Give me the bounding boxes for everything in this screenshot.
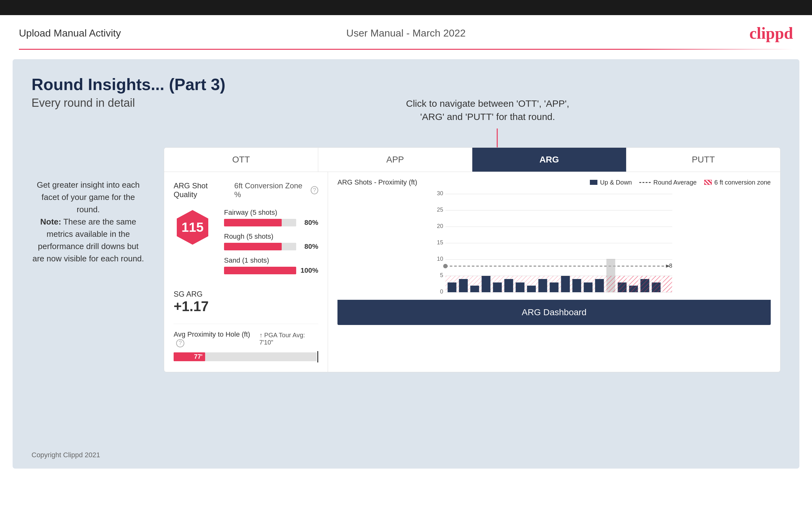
header: Upload Manual Activity User Manual - Mar…	[0, 15, 812, 49]
clippd-logo[interactable]: clippd	[749, 24, 793, 43]
bar-fairway-track: 80%	[224, 219, 318, 227]
bar-row-fairway: Fairway (5 shots) 80%	[224, 209, 318, 227]
svg-rect-28	[516, 282, 525, 292]
sg-section: SG ARG +1.17	[173, 290, 318, 314]
main-content: Round Insights... (Part 3) Every round i…	[13, 59, 799, 468]
proximity-cursor	[317, 351, 318, 362]
bar-fairway-bg	[224, 219, 296, 226]
nav-hint: Click to navigate between 'OTT', 'APP', …	[406, 97, 569, 123]
proximity-bar-fill: 77'	[173, 352, 205, 361]
bar-rough-bg	[224, 243, 296, 250]
bar-rough-fill	[224, 243, 282, 250]
svg-rect-23	[459, 279, 468, 292]
svg-rect-42	[618, 276, 627, 292]
hex-score-section: 115 Fairway (5 shots) 80%	[173, 209, 318, 280]
bar-row-rough: Rough (5 shots) 80%	[224, 232, 318, 251]
chart-legend: Up & Down Round Average 6 ft conversion …	[590, 179, 771, 186]
svg-text:8: 8	[669, 263, 672, 269]
main-panel: OTT APP ARG PUTT ARG Shot Quality 6ft Co…	[164, 148, 780, 372]
footer: Copyright Clippd 2021	[32, 451, 100, 459]
bar-sand-label: Sand (1 shots)	[224, 256, 318, 265]
tabs: OTT APP ARG PUTT	[164, 148, 780, 172]
tab-arg[interactable]: ARG	[472, 148, 626, 172]
bar-row-sand: Sand (1 shots) 100%	[224, 256, 318, 275]
bar-sand-fill	[224, 267, 296, 274]
hexagon-score: 115	[182, 220, 204, 235]
svg-rect-25	[482, 276, 491, 292]
sg-label: SG ARG	[173, 290, 318, 298]
svg-rect-45	[652, 276, 661, 292]
svg-rect-29	[527, 286, 536, 292]
proximity-help-icon[interactable]: ?	[176, 339, 184, 347]
chart-area: 0 5 10 15 20 25 30	[338, 189, 771, 297]
legend-round-avg: Round Average	[639, 179, 697, 186]
legend-6ft: 6 ft conversion zone	[704, 179, 771, 186]
up-down-label: Up & Down	[600, 179, 632, 186]
6ft-swatch	[704, 180, 712, 185]
svg-rect-43	[629, 276, 638, 292]
top-bar	[0, 0, 812, 15]
svg-text:5: 5	[440, 272, 443, 278]
nav-hint-line2: 'ARG' and 'PUTT' for that round.	[420, 111, 555, 122]
header-divider	[19, 49, 793, 50]
round-avg-label: Round Average	[653, 179, 697, 186]
svg-text:25: 25	[437, 207, 443, 213]
proximity-label: Avg Proximity to Hole (ft) ?	[173, 330, 259, 347]
svg-rect-24	[470, 286, 479, 292]
upload-manual-label[interactable]: Upload Manual Activity	[19, 27, 121, 39]
bar-rough-track: 80%	[224, 242, 318, 251]
chart-title: ARG Shots - Proximity (ft)	[338, 178, 417, 186]
svg-text:15: 15	[437, 239, 443, 246]
pga-avg: ↑ PGA Tour Avg: 7'10"	[259, 332, 318, 346]
score-hexagon: 115	[173, 209, 211, 246]
bar-fairway-label: Fairway (5 shots)	[224, 209, 318, 217]
panel-content: ARG Shot Quality 6ft Conversion Zone % ?…	[164, 172, 780, 372]
arg-shot-quality-label: ARG Shot Quality	[173, 181, 228, 199]
svg-rect-17	[446, 276, 672, 292]
help-icon[interactable]: ?	[311, 186, 318, 194]
bar-rough-label: Rough (5 shots)	[224, 232, 318, 240]
6ft-label: 6 ft conversion zone	[714, 179, 771, 186]
bar-rows: Fairway (5 shots) 80% Rough (5 shots)	[224, 209, 318, 280]
svg-rect-33	[572, 279, 581, 292]
svg-rect-30	[539, 279, 547, 292]
up-down-swatch	[590, 180, 597, 185]
arg-dashboard-button[interactable]: ARG Dashboard	[338, 300, 771, 325]
conversion-zone-label: 6ft Conversion Zone %	[235, 181, 304, 199]
svg-text:30: 30	[437, 190, 443, 196]
svg-rect-35	[595, 279, 604, 292]
svg-rect-22	[448, 282, 457, 292]
bar-fairway-fill	[224, 219, 282, 226]
bar-sand-bg	[224, 267, 296, 274]
svg-rect-32	[561, 276, 570, 292]
svg-point-20	[443, 264, 448, 268]
tab-ott[interactable]: OTT	[164, 148, 318, 172]
svg-rect-46	[663, 276, 672, 292]
proximity-header: Avg Proximity to Hole (ft) ? ↑ PGA Tour …	[173, 330, 318, 347]
left-description: Get greater insight into each facet of y…	[32, 179, 145, 265]
chart-header: ARG Shots - Proximity (ft) Up & Down Rou…	[338, 178, 771, 186]
svg-rect-27	[504, 279, 513, 292]
bar-fairway-pct: 80%	[299, 219, 318, 227]
svg-rect-34	[584, 282, 593, 292]
manual-date-label: User Manual - March 2022	[346, 27, 466, 39]
arg-shot-quality-header: ARG Shot Quality 6ft Conversion Zone % ?	[173, 181, 318, 199]
svg-text:0: 0	[440, 288, 443, 295]
tab-putt[interactable]: PUTT	[626, 148, 780, 172]
right-panel: ARG Shots - Proximity (ft) Up & Down Rou…	[328, 172, 780, 372]
bar-sand-pct: 100%	[299, 267, 318, 275]
proximity-section: Avg Proximity to Hole (ft) ? ↑ PGA Tour …	[173, 324, 318, 362]
bar-sand-track: 100%	[224, 267, 318, 275]
bar-rough-pct: 80%	[299, 242, 318, 251]
svg-rect-41	[607, 276, 615, 292]
sg-value: +1.17	[173, 298, 318, 314]
round-avg-swatch	[639, 182, 651, 183]
proximity-value: 77'	[194, 353, 203, 360]
left-panel: ARG Shot Quality 6ft Conversion Zone % ?…	[164, 172, 328, 372]
svg-text:20: 20	[437, 223, 443, 229]
nav-hint-line1: Click to navigate between 'OTT', 'APP',	[406, 98, 569, 109]
page-title: Round Insights... (Part 3)	[32, 75, 780, 94]
tab-app[interactable]: APP	[318, 148, 472, 172]
proximity-bar-container: 77'	[173, 351, 318, 362]
svg-text:10: 10	[437, 256, 443, 262]
